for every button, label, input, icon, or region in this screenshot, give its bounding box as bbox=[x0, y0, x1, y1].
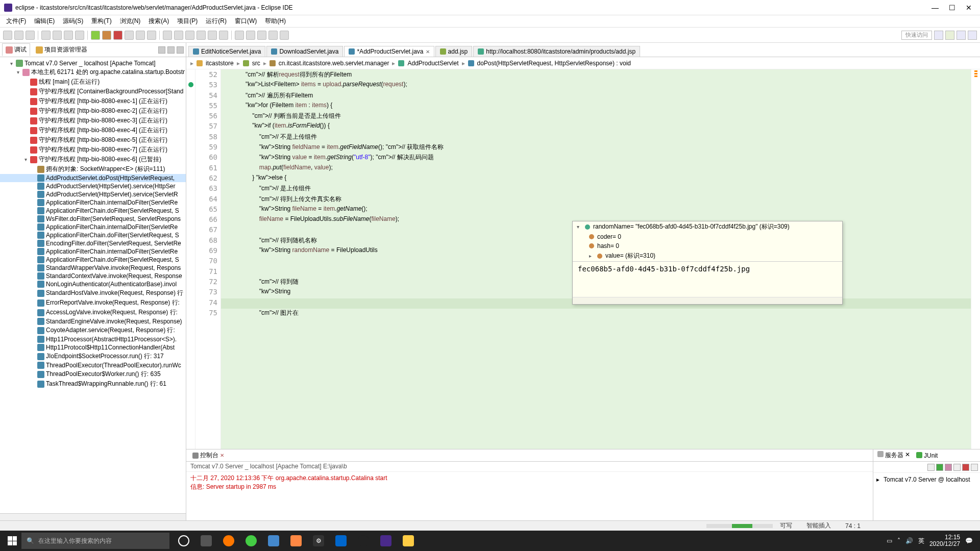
task-explorer[interactable] bbox=[399, 532, 418, 550]
breakpoint-icon[interactable] bbox=[188, 82, 193, 87]
start-button[interactable] bbox=[3, 532, 21, 550]
task-browser[interactable] bbox=[242, 532, 260, 550]
toolbar-button[interactable] bbox=[174, 31, 183, 40]
toolbar-button[interactable] bbox=[257, 31, 266, 40]
frame-icon bbox=[37, 191, 44, 198]
toolbar-button[interactable] bbox=[246, 31, 255, 40]
frame-icon bbox=[37, 290, 44, 297]
step-into-icon[interactable] bbox=[125, 31, 134, 40]
view-menu-icon[interactable] bbox=[158, 46, 165, 54]
marker-bar[interactable] bbox=[186, 69, 195, 449]
perspective-button[interactable] bbox=[957, 31, 966, 40]
popup-scrollbar[interactable] bbox=[573, 297, 842, 304]
close-icon[interactable]: ✕ bbox=[220, 453, 224, 458]
close-button[interactable]: ✕ bbox=[966, 4, 972, 12]
task-settings[interactable]: ⚙ bbox=[309, 532, 328, 550]
task-firefox[interactable] bbox=[219, 532, 238, 550]
toolbar-button[interactable] bbox=[53, 31, 62, 40]
horizontal-scrollbar[interactable] bbox=[0, 513, 186, 520]
console-output[interactable]: 十二月 27, 2020 12:13:36 下午 org.apache.cata… bbox=[186, 472, 873, 520]
task-cortana[interactable] bbox=[175, 532, 193, 550]
task-app[interactable] bbox=[264, 532, 283, 550]
code-editor[interactable]: 5253545556575859606162636465666768697071… bbox=[186, 69, 980, 449]
menu-source[interactable]: 源码(S) bbox=[60, 16, 86, 27]
menu-file[interactable]: 文件(F) bbox=[3, 16, 29, 27]
toolbar-button[interactable] bbox=[64, 31, 73, 40]
notification-icon[interactable]: 💬 bbox=[965, 537, 973, 544]
toolbar-button[interactable] bbox=[197, 31, 206, 40]
stack-frame-selected: AddProductServlet.doPost(HttpServletRequ… bbox=[0, 174, 186, 182]
debug-tree[interactable]: ▾Tomcat v7.0 Server _ localhost [Apache … bbox=[0, 57, 186, 513]
host-icon bbox=[22, 69, 29, 76]
editor-tab[interactable]: DownloadServlet.java bbox=[266, 46, 343, 57]
minimize-view-icon[interactable] bbox=[167, 46, 175, 54]
server-toolbar-button[interactable] bbox=[953, 464, 961, 471]
thread-icon bbox=[30, 127, 37, 134]
terminate-icon[interactable] bbox=[113, 31, 122, 40]
toolbar-button[interactable] bbox=[3, 31, 12, 40]
server-toolbar-button[interactable] bbox=[927, 464, 935, 471]
perspective-java-icon[interactable] bbox=[934, 31, 943, 40]
tray-ime[interactable]: 英 bbox=[918, 537, 924, 545]
tray-chevron-icon[interactable]: ˄ bbox=[897, 537, 900, 544]
tab-debug[interactable]: 调试 bbox=[2, 43, 30, 56]
toolbar-button[interactable] bbox=[163, 31, 172, 40]
menu-run[interactable]: 运行(R) bbox=[203, 16, 230, 27]
toolbar-button[interactable] bbox=[235, 31, 244, 40]
toolbar-button[interactable] bbox=[75, 31, 84, 40]
tab-project-explorer[interactable]: 项目资源管理器 bbox=[32, 43, 91, 56]
perspective-button[interactable] bbox=[968, 31, 977, 40]
menu-project[interactable]: 项目(P) bbox=[174, 16, 201, 27]
editor-tab[interactable]: add.jsp bbox=[435, 46, 473, 57]
menu-edit[interactable]: 编辑(E) bbox=[31, 16, 58, 27]
task-eclipse[interactable] bbox=[377, 532, 395, 550]
thread-icon bbox=[30, 79, 37, 86]
tab-console[interactable]: 控制台✕ bbox=[189, 450, 227, 461]
resume-icon[interactable] bbox=[91, 31, 100, 40]
tab-servers[interactable]: 服务器✕ bbox=[875, 450, 912, 461]
toolbar-button[interactable] bbox=[208, 31, 217, 40]
search-icon: 🔍 bbox=[27, 537, 34, 544]
menu-refactor[interactable]: 重构(T) bbox=[88, 16, 114, 27]
task-app[interactable] bbox=[287, 532, 305, 550]
overview-ruler[interactable] bbox=[971, 69, 980, 449]
toolbar-button[interactable] bbox=[26, 31, 35, 40]
task-view[interactable] bbox=[197, 532, 215, 550]
breadcrumb[interactable]: ▸itcaststore ▸src ▸cn.itcast.itcaststore… bbox=[186, 57, 980, 69]
step-return-icon[interactable] bbox=[147, 31, 156, 40]
debug-server-icon[interactable] bbox=[945, 464, 952, 471]
toolbar-button[interactable] bbox=[14, 31, 23, 40]
editor-tab-active[interactable]: *AddProductServlet.java✕ bbox=[344, 46, 434, 57]
server-toolbar-button[interactable] bbox=[971, 464, 978, 471]
toolbar-button[interactable] bbox=[280, 31, 289, 40]
editor-tab[interactable]: EditNoticeServlet.java bbox=[188, 46, 265, 57]
stop-server-icon[interactable] bbox=[962, 464, 969, 471]
toolbar-button[interactable] bbox=[268, 31, 278, 40]
suspend-icon[interactable] bbox=[102, 31, 111, 40]
task-qq[interactable] bbox=[354, 532, 373, 550]
menu-navigate[interactable]: 浏览(N) bbox=[117, 16, 144, 27]
tab-junit[interactable]: JUnit bbox=[914, 451, 940, 460]
debug-hover-popup[interactable]: ▾randomName= "fec068b5-afd0-4d45-b31b-0f… bbox=[572, 221, 843, 305]
task-wps[interactable] bbox=[332, 532, 350, 550]
editor-tab[interactable]: http://localhost:8080/itcaststore/admin/… bbox=[473, 46, 640, 57]
tray-clock[interactable]: 12:15 2020/12/27 bbox=[929, 534, 960, 547]
toolbar-button[interactable] bbox=[219, 31, 228, 40]
quick-access[interactable]: 快速访问 bbox=[901, 31, 932, 40]
start-server-icon[interactable] bbox=[936, 464, 943, 471]
maximize-view-icon[interactable] bbox=[177, 46, 184, 54]
tray-icon[interactable]: 🔊 bbox=[905, 537, 913, 544]
taskbar-search[interactable]: 🔍在这里输入你要搜索的内容 bbox=[21, 533, 169, 549]
minimize-button[interactable]: — bbox=[932, 4, 939, 12]
servers-list[interactable]: ▸Tomcat v7.0 Server @ localhost bbox=[873, 473, 980, 520]
maximize-button[interactable]: ☐ bbox=[949, 4, 955, 12]
menu-help[interactable]: 帮助(H) bbox=[262, 16, 289, 27]
tray-icon[interactable]: ▭ bbox=[887, 537, 892, 544]
toolbar-button[interactable] bbox=[41, 31, 51, 40]
close-tab-icon[interactable]: ✕ bbox=[426, 49, 430, 55]
menu-window[interactable]: 窗口(W) bbox=[232, 16, 260, 27]
menu-search[interactable]: 搜索(A) bbox=[145, 16, 172, 27]
step-over-icon[interactable] bbox=[136, 31, 145, 40]
perspective-debug-icon[interactable] bbox=[945, 31, 954, 40]
toolbar-button[interactable] bbox=[185, 31, 194, 40]
